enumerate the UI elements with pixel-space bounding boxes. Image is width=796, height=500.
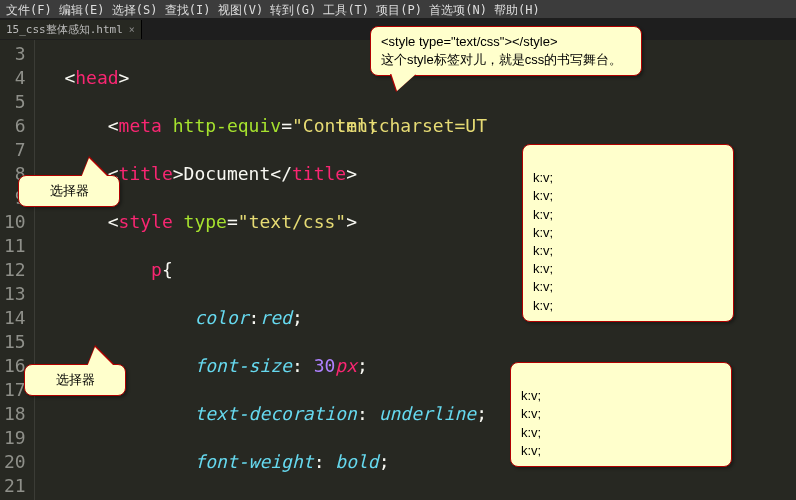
menubar[interactable]: 文件(F) 编辑(E) 选择(S) 查找(I) 视图(V) 转到(G) 工具(T… — [0, 0, 796, 18]
callout-text: 这个style标签对儿，就是css的书写舞台。 — [381, 51, 631, 69]
callout-selector-2: 选择器 — [24, 364, 126, 396]
callout-text: k:v; k:v; k:v; k:v; — [521, 388, 541, 458]
callout-kv-1: k:v; k:v; k:v; k:v; k:v; k:v; k:v; k:v; — [522, 144, 734, 322]
callout-kv-2: k:v; k:v; k:v; k:v; — [510, 362, 732, 467]
tab-editor[interactable]: 15_css整体感知.html × — [0, 20, 142, 39]
callout-text: k:v; k:v; k:v; k:v; k:v; k:v; k:v; k:v; — [533, 170, 553, 312]
tab-label: 15_css整体感知.html — [6, 22, 123, 37]
callout-text: 选择器 — [56, 372, 95, 387]
code-area[interactable]: <head> <meta http-equiv="Contenttml;char… — [35, 40, 487, 500]
close-icon[interactable]: × — [129, 24, 135, 35]
callout-text: <style type="text/css"></style> — [381, 33, 631, 51]
line-gutter: 3 4 5 6 7 8 9 10 11 12 13 14 15 16 17 18… — [0, 40, 35, 500]
callout-selector-1: 选择器 — [18, 175, 120, 207]
callout-style-note: <style type="text/css"></style> 这个style标… — [370, 26, 642, 76]
callout-text: 选择器 — [50, 183, 89, 198]
